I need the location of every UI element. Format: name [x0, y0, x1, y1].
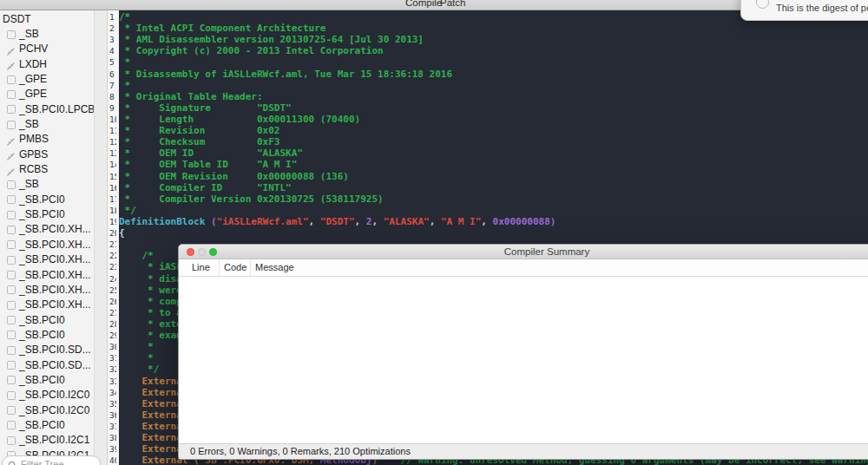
line-number: 30: [108, 341, 116, 352]
code-line: */: [119, 205, 868, 216]
line-number: 40: [108, 455, 116, 465]
line-number: 6: [108, 69, 116, 80]
tree-item-label: DSDT: [3, 13, 31, 25]
tree-item-label: _SB: [19, 28, 39, 40]
column-header-code[interactable]: Code: [224, 262, 247, 272]
compiler-summary-window: Compiler Summary LineCodeMessage 0 Error…: [178, 244, 868, 460]
tree-item--sb-pci0-xh-[interactable]: _SB.PCI0.XH...: [0, 237, 94, 252]
scope-icon: [6, 330, 16, 339]
line-number: 9: [108, 102, 116, 114]
line-number: 17: [108, 193, 116, 205]
line-number: 4: [108, 45, 116, 56]
tree-root-dsdt[interactable]: DSDT: [0, 11, 94, 26]
toolbar-button-compile[interactable]: Compile: [405, 0, 442, 8]
scope-icon: [6, 225, 16, 234]
field-icon: [6, 152, 16, 161]
tree-item--sb-pci0-xh-[interactable]: _SB.PCI0.XH...: [0, 222, 94, 237]
tree-item--sb-pci0[interactable]: _SB.PCI0: [0, 192, 94, 206]
popover-text: This is the digest of po: [776, 3, 868, 13]
status-bar: 0 Errors, 0 Warnings, 0 Remarks, 210 Opt…: [179, 443, 868, 459]
tree-item-gpbs[interactable]: GPBS: [0, 147, 94, 161]
tree-item-label: PMBS: [19, 133, 49, 145]
tree-item-pchv[interactable]: PCHV: [0, 42, 94, 56]
scope-icon: [6, 210, 16, 219]
column-header-line[interactable]: Line: [192, 262, 210, 272]
code-line: * Original Table Header:: [119, 91, 868, 102]
scope-icon: [6, 420, 16, 429]
line-number: 32: [108, 363, 116, 375]
line-number: 18: [108, 205, 116, 216]
tree-item--sb[interactable]: _SB: [0, 116, 94, 131]
line-number: 34: [108, 387, 116, 398]
tree-item-label: _GPE: [19, 73, 47, 85]
tree-item-label: PCHV: [19, 43, 48, 55]
status-text: 0 Errors, 0 Warnings, 0 Remarks, 210 Opt…: [190, 446, 411, 456]
tree-item--sb-pci0[interactable]: _SB.PCI0: [0, 327, 94, 342]
line-number: 37: [108, 421, 116, 432]
sidebar-editor-divider[interactable]: [94, 10, 108, 465]
line-number: 2: [108, 23, 116, 34]
scope-icon: [6, 390, 16, 400]
line-number: 24: [108, 273, 116, 285]
acpi-tree-sidebar: DSDT_SBPCHVLXDH_GPE_GPE_SB.PCI0.LPCB_SBP…: [0, 10, 94, 465]
scope-icon: [6, 345, 16, 355]
tree-item-label: _SB.PCI0.XH...: [19, 239, 91, 251]
tree-item-label: _SB.PCI0.SD...: [19, 344, 91, 356]
line-number: 22: [108, 250, 116, 261]
tree-item--sb-pci0-sd-[interactable]: _SB.PCI0.SD...: [0, 343, 94, 357]
tree-item--sb[interactable]: _SB: [0, 177, 94, 192]
filter-tree-input[interactable]: Filter Tree: [2, 455, 101, 465]
line-number: 23: [108, 261, 116, 272]
line-number: 20: [108, 227, 116, 239]
tree-item--sb-pci0-lpcb[interactable]: _SB.PCI0.LPCB: [0, 102, 94, 116]
tree-item--sb-pci0-sd-[interactable]: _SB.PCI0.SD...: [0, 357, 94, 372]
code-line: * Compiler ID "INTL": [119, 182, 868, 193]
tree-item-label: _SB.PCI0: [19, 193, 65, 206]
tree-item--sb-pci0-xh-[interactable]: _SB.PCI0.XH...: [0, 267, 94, 282]
code-line: * AML Disassembler version 20130725-64 […: [119, 34, 868, 45]
tree-item--sb-pci0-xh-[interactable]: _SB.PCI0.XH...: [0, 282, 94, 297]
tree-item-label: _SB.PCI0.XH...: [19, 269, 91, 281]
tree-item--sb-pci0[interactable]: _SB.PCI0: [0, 372, 94, 387]
tree-item-label: _SB.PCI0.I2C0: [19, 389, 89, 401]
line-number: 29: [108, 330, 116, 341]
tree-item-label: _SB.PCI0.I2C0: [19, 404, 89, 416]
tree-item-label: _SB.PCI0.LPCB: [19, 103, 94, 115]
maciasl-app-window: CompilePatch DSDT_SBPCHVLXDH_GPE_GPE_SB.…: [0, 0, 868, 465]
tree-item--sb-pci0[interactable]: _SB.PCI0: [0, 312, 94, 327]
line-number: 15: [108, 171, 116, 182]
tree-item--sb-pci0-i2c0[interactable]: _SB.PCI0.I2C0: [0, 388, 94, 403]
tree-item-label: _SB.PCI0.SD...: [19, 359, 91, 371]
column-header-message[interactable]: Message: [255, 262, 294, 272]
app-toolbar: CompilePatch: [0, 0, 868, 10]
code-line: DefinitionBlock ("iASLLeRWcf.aml", "DSDT…: [119, 216, 868, 227]
tree-item-rcbs[interactable]: RCBS: [0, 161, 94, 176]
scope-icon: [6, 255, 16, 265]
scope-icon: [6, 300, 16, 310]
tree-item-label: _SB.PCI0: [19, 374, 65, 386]
table-body[interactable]: [179, 277, 868, 443]
tree-item-lxdh[interactable]: LXDH: [0, 56, 94, 71]
toolbar-button-patch[interactable]: Patch: [440, 0, 465, 8]
tree-item-pmbs[interactable]: PMBS: [0, 132, 94, 147]
tree-item--sb[interactable]: _SB: [0, 26, 94, 41]
tree-item--gpe[interactable]: _GPE: [0, 87, 94, 102]
scope-icon: [6, 120, 16, 129]
tree-item--sb-pci0[interactable]: _SB.PCI0: [0, 206, 94, 221]
line-number: 38: [108, 432, 116, 443]
tree-item--gpe[interactable]: _GPE: [0, 71, 94, 86]
scope-icon: [6, 89, 16, 99]
window-titlebar[interactable]: Compiler Summary: [179, 245, 868, 259]
tree-item--sb-pci0-xh-[interactable]: _SB.PCI0.XH...: [0, 298, 94, 312]
tree-item--sb-pci0-i2c0[interactable]: _SB.PCI0.I2C0: [0, 403, 94, 417]
line-number: 14: [108, 159, 116, 170]
tree-item-label: LXDH: [19, 58, 47, 70]
scope-icon: [6, 194, 16, 204]
tree-item--sb-pci0-i2c1[interactable]: _SB.PCI0.I2C1: [0, 433, 94, 448]
column-separator: [219, 259, 220, 276]
tree-item--sb-pci0-xh-[interactable]: _SB.PCI0.XH...: [0, 252, 94, 267]
tree-item--sb-pci0[interactable]: _SB.PCI0: [0, 417, 94, 432]
code-line: * Intel ACPI Component Architecture: [119, 23, 868, 34]
tree-item-label: _SB.PCI0: [19, 329, 65, 341]
scope-icon: [6, 285, 16, 294]
